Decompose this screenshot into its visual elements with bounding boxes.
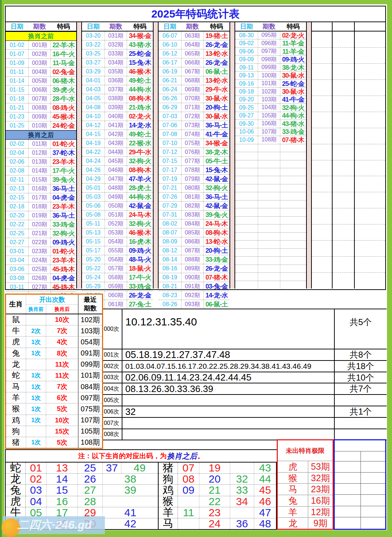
draw-code: 16-牛-火 [51, 50, 76, 58]
draw-date: 03-01 [6, 247, 28, 256]
map-number: 37 [103, 463, 121, 473]
draw-period [258, 176, 280, 184]
draw-date: 10-09 [235, 136, 258, 144]
limit-zodiac: 猴 [278, 473, 308, 484]
draw-date: 07-29 [159, 202, 181, 210]
draw-code: 13-蛇-水 [204, 76, 229, 85]
draw-row: 02-11015期39-兔-火 [6, 175, 76, 184]
map-row: 猪071943 [159, 463, 276, 474]
draw-code: 08-狗-木 [127, 166, 153, 174]
draw-date: 01-15 [6, 86, 28, 94]
draw-row: 07-08074期41-牛-金 [159, 130, 229, 139]
draw-code: 37-蛇-木 [51, 149, 76, 157]
draw-code: 46-猴-木 [127, 67, 153, 76]
draw-code: 06-鼠-土 [204, 300, 229, 309]
draw-period: 053期 [105, 228, 127, 237]
map-row: 龙02142638 [6, 474, 158, 485]
draw-row: 04-24045期32-狗-火 [82, 157, 153, 166]
map-number: 22 [199, 496, 230, 507]
draw-code: 13-蛇-水 [204, 49, 229, 58]
draw-row: 05-11052期32-狗-火 [82, 219, 153, 228]
draw-code: 09-鸡-火 [127, 246, 153, 255]
limit-periods: 12期 [308, 507, 333, 518]
empty-cell [333, 160, 354, 176]
limit-row: 龙9期 [278, 518, 333, 529]
empty-cell [333, 96, 354, 112]
empty-cell [312, 144, 332, 160]
draw-period [258, 152, 280, 160]
draw-date: 01-23 [6, 112, 28, 121]
draw-row: 08-21091期03-兔-金 [159, 282, 229, 291]
draw-code [280, 168, 306, 176]
note-emphasis: 换肖之后 [167, 451, 197, 461]
draw-code [280, 192, 306, 200]
frequency-numbers: 01.03.04.07.15.16.17.20.22.25.28.29.34.3… [122, 361, 335, 372]
draw-date: 04-10 [82, 112, 105, 121]
empty-cell [333, 192, 354, 208]
draw-code: 23-羊-木 [51, 202, 76, 211]
section-header: 换肖之前 [6, 32, 76, 41]
draw-date: 01-25 [6, 121, 28, 130]
draw-period: 024期 [28, 256, 51, 265]
draw-period: 022期 [28, 238, 51, 247]
draw-period: 079期 [181, 175, 204, 183]
draw-code: 36-马-土 [204, 193, 229, 201]
draw-row: 03-29035期46-猴-木 [82, 67, 153, 76]
empty-cell [312, 128, 332, 144]
draw-period [258, 160, 280, 168]
frequency-numbers: 02.06.09.11.14.23.24.42.44.45 [122, 372, 335, 383]
draw-code: 09-鸡-火 [280, 55, 306, 63]
empty-cell [312, 48, 332, 64]
draw-date: 04-01 [82, 76, 105, 85]
stats-recent-period: 105期 [78, 426, 102, 437]
draw-date: 07-03 [159, 112, 181, 121]
draw-date: 09-16 [235, 80, 258, 87]
stats-header: 生肖 开出次数 换肖前 换肖后 最近 期数 [6, 295, 102, 314]
empty-cell [312, 80, 332, 96]
empty-cell [333, 257, 354, 273]
frequency-label: 006次 [103, 406, 122, 417]
limit-zodiac: 羊 [278, 507, 308, 518]
draw-row: 05-13053期46-猴-木 [82, 228, 153, 237]
draw-date [235, 224, 258, 232]
draw-date: 02-02 [6, 140, 28, 148]
draw-period: 014期 [28, 166, 51, 175]
frequency-table: 000次10.12.31.35.40共5个001次05.18.19.21.27.… [103, 309, 387, 440]
draw-code: 29-牛-水 [204, 85, 229, 94]
draw-code: 41-牛-金 [280, 96, 306, 103]
stats-after-count: 7次 [46, 381, 78, 392]
map-number [230, 463, 254, 473]
unreleased-zodiac-limit-box: 未出特肖极限 虎53期猴32期马23期兔16期羊12期龙9期 [277, 439, 334, 530]
frequency-count: 共18个 [335, 361, 387, 372]
draw-code: 28-牛-水 [51, 95, 76, 103]
draw-code: 30-鼠-水 [280, 72, 306, 79]
blue-box-gridline [335, 494, 385, 495]
watermark-overlay: 二四六·246.gd [3, 516, 105, 534]
group-body: 06-07063期19-猪-土06-10064期26-龙-金06-12065期1… [159, 32, 229, 318]
stats-header-after: 换肖后 [46, 305, 78, 314]
draw-code: 44-狗-水 [127, 85, 153, 94]
draw-period [258, 200, 280, 208]
stats-row: 龙11次099期 [6, 359, 102, 370]
column-header: 期数 [28, 22, 51, 31]
draw-row: 04-15042期49-蛇-土 [82, 130, 153, 139]
draw-row: 01-11004期02-兔-金 [6, 68, 76, 77]
stats-after-count: 5次 [46, 437, 78, 448]
draw-period: 085期 [181, 228, 204, 237]
draw-row: 09-16101期25-蛇-金 [235, 80, 306, 88]
stats-zodiac: 蛇 [6, 370, 26, 381]
draw-row: 09-27105期44-狗-水 [235, 112, 306, 120]
draw-date [235, 249, 258, 256]
draw-period: 105期 [258, 112, 280, 120]
stats-row: 蛇1次11次101期 [6, 370, 102, 381]
draw-date: 08-12 [159, 246, 181, 255]
draw-row: 09-06097期11-羊-金 [235, 48, 306, 55]
empty-column-header [355, 22, 385, 32]
empty-column-body [333, 32, 354, 289]
draw-period: 081期 [181, 193, 204, 201]
draw-code: 23-羊-木 [51, 256, 76, 265]
draw-code: 33-鸡-金 [280, 128, 306, 136]
stats-zodiac: 羊 [6, 392, 26, 403]
draw-period: 059期 [105, 282, 127, 291]
draw-period: 071期 [181, 103, 204, 112]
